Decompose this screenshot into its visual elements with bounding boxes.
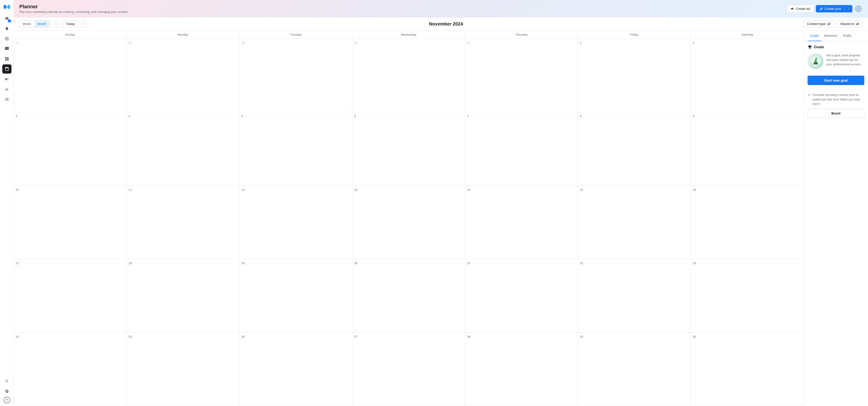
calendar-cell-nov17[interactable]: 17 (14, 259, 127, 332)
mountain-flag-illustration (810, 56, 821, 66)
calendar-cell-nov23[interactable]: 23 (691, 259, 804, 332)
month-view-button[interactable]: Month (34, 21, 50, 27)
calendar-cell-oct29[interactable]: 29 (239, 39, 352, 112)
day-headers: Sunday Monday Tuesday Wednesday Thursday… (14, 31, 804, 39)
svg-rect-7 (815, 58, 816, 60)
calendar-cell-nov12[interactable]: 12 (239, 186, 352, 259)
header-info: Planner Plan your marketing calendar by … (19, 4, 128, 13)
prev-month-button[interactable] (53, 20, 60, 28)
calendar-cell-nov28[interactable]: 28 (465, 333, 578, 406)
day-header-saturday: Saturday (691, 31, 804, 39)
sidebar-item-goals[interactable] (2, 34, 11, 43)
right-panel: Goals Moments Drafts Goals (804, 31, 868, 406)
boost-button[interactable]: Boost (808, 109, 864, 118)
fb-badge: f (8, 19, 11, 23)
create-post-button[interactable]: Create post (816, 5, 845, 12)
sidebar-item-search[interactable] (2, 377, 11, 386)
calendar-cell-nov5[interactable]: 5 (239, 112, 352, 185)
create-post-group: Create post (816, 5, 852, 12)
shared-to-filter[interactable]: Shared to: all (837, 21, 863, 27)
create-ad-button[interactable]: Create ad (787, 5, 814, 13)
svg-point-3 (6, 38, 8, 39)
day-header-monday: Monday (127, 31, 240, 39)
create-post-label: Create post (825, 7, 841, 10)
day-header-sunday: Sunday (14, 31, 127, 39)
sidebar-item-messages[interactable] (2, 44, 11, 53)
next-month-button[interactable] (81, 20, 88, 28)
calendar-cell-nov11[interactable]: 11 (127, 186, 240, 259)
goals-illustration (808, 53, 824, 69)
sidebar-item-home[interactable]: f (2, 14, 11, 23)
sidebar-item-insights[interactable] (2, 85, 11, 94)
calendar-cell-nov26[interactable]: 26 (239, 333, 352, 406)
calendar-cell-nov30[interactable]: 30 (691, 333, 804, 406)
calendar-cell-nov8[interactable]: 8 (578, 112, 691, 185)
sidebar-item-planner[interactable] (2, 64, 11, 73)
top-header: Planner Plan your marketing calendar by … (14, 0, 868, 18)
calendar-cell-nov19[interactable]: 19 (239, 259, 352, 332)
calendar-cell-nov18[interactable]: 18 (127, 259, 240, 332)
sidebar-item-content[interactable] (2, 54, 11, 63)
calendar-week-5: 24 25 26 27 28 29 30 (14, 333, 804, 406)
calendar-cell-nov9[interactable]: 9 (691, 112, 804, 185)
svg-point-1 (7, 5, 10, 9)
day-header-tuesday: Tuesday (239, 31, 352, 39)
calendar-cell-oct30[interactable]: 30 (352, 39, 465, 112)
calendar-cell-nov25[interactable]: 25 (127, 333, 240, 406)
page-subtitle: Plan your marketing calendar by creating… (19, 10, 128, 13)
calendar-cell-nov16[interactable]: 16 (691, 186, 804, 259)
calendar-cell-nov1[interactable]: 1 (578, 39, 691, 112)
calendar-area: Sunday Monday Tuesday Wednesday Thursday… (14, 31, 868, 406)
create-ad-label: Create ad (796, 7, 810, 10)
tab-moments[interactable]: Moments (822, 31, 840, 41)
view-toggle: Week Month (19, 21, 50, 27)
today-button[interactable]: Today (63, 21, 78, 27)
week-view-button[interactable]: Week (20, 21, 34, 27)
calendar-cell-oct31[interactable]: 31 (465, 39, 578, 112)
calendar-cell-nov27[interactable]: 27 (352, 333, 465, 406)
calendar-week-4: 17 18 19 20 21 22 23 (14, 259, 804, 333)
meta-logo[interactable] (3, 3, 11, 11)
sidebar: f ? (0, 0, 14, 406)
calendar-cell-nov6[interactable]: 6 (352, 112, 465, 185)
calendar-cell-nov21[interactable]: 21 (465, 259, 578, 332)
sidebar-item-notifications[interactable] (2, 24, 11, 33)
calendar-cell-nov29[interactable]: 29 (578, 333, 691, 406)
calendar-cell-nov2[interactable]: 2 (691, 39, 804, 112)
calendar-cell-nov20[interactable]: 20 (352, 259, 465, 332)
boost-description: Consider boosting a recent post so audie… (808, 93, 864, 106)
planner-toolbar: Week Month Today November 2024 Content t… (14, 18, 868, 31)
tab-drafts[interactable]: Drafts (840, 31, 854, 41)
calendar-cell-nov13[interactable]: 13 (352, 186, 465, 259)
svg-point-0 (3, 5, 7, 9)
calendar-cell-nov14[interactable]: 14 (465, 186, 578, 259)
calendar-cell-nov7[interactable]: 7 (465, 112, 578, 185)
calendar-cell-oct27[interactable]: 27 (14, 39, 127, 112)
tab-goals[interactable]: Goals (808, 31, 822, 41)
calendar-cell-nov10[interactable]: 10 (14, 186, 127, 259)
calendar-cell-nov4[interactable]: 4 (127, 112, 240, 185)
goals-intro: Set a goal, track progress and learn hel… (808, 53, 864, 72)
calendar-cell-oct28[interactable]: 28 (127, 39, 240, 112)
sidebar-item-ads[interactable] (2, 74, 11, 84)
panel-tabs: Goals Moments Drafts (804, 31, 868, 41)
content-type-filter[interactable]: Content type: all (804, 21, 834, 27)
goals-section-title: Goals (808, 45, 864, 50)
create-post-dropdown-button[interactable] (845, 5, 852, 12)
calendar-cell-nov24[interactable]: 24 (14, 333, 127, 406)
calendar-week-3: 10 11 12 13 14 15 16 (14, 186, 804, 259)
calendar-cell-nov3[interactable]: 3 (14, 112, 127, 185)
sidebar-item-settings[interactable] (2, 387, 11, 396)
calendar-cell-nov15[interactable]: 15 (578, 186, 691, 259)
start-new-goal-button[interactable]: Start new goal (808, 75, 864, 85)
boost-text-content: Consider boosting a recent post so audie… (813, 93, 864, 106)
chevron-right-icon (83, 22, 86, 26)
sidebar-item-more[interactable] (2, 95, 11, 104)
sidebar-bottom: ? (2, 377, 11, 403)
sidebar-item-help[interactable]: ? (4, 397, 10, 403)
month-title: November 2024 (91, 21, 801, 27)
avatar[interactable] (854, 5, 863, 13)
header-actions: Create ad Create post (787, 5, 863, 13)
edit-icon (819, 7, 823, 10)
calendar-cell-nov22[interactable]: 22 (578, 259, 691, 332)
